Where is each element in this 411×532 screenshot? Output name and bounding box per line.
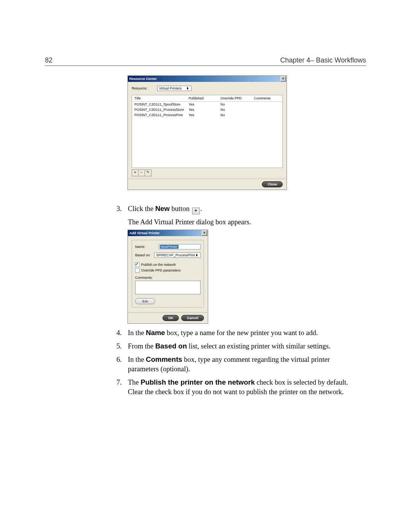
cell-published: Yes xyxy=(186,112,218,118)
step-7-text: The Publish the printer on the network c… xyxy=(128,378,362,397)
chevron-updown-icon: ▲▼ xyxy=(195,254,199,257)
based-on-label: Based on: xyxy=(135,253,154,257)
plus-icon: + xyxy=(192,208,200,214)
override-ppd-checkbox-label: Override PPD parameters xyxy=(141,268,181,272)
cell-comments xyxy=(252,107,282,112)
step-5-text: From the Based on list, select an existi… xyxy=(128,342,362,351)
resource-center-titlebar: Resource Center × xyxy=(128,76,287,82)
table-row[interactable]: POSINT_C2D111_ProcessPrint Yes No xyxy=(132,112,282,118)
resource-center-title: Resource Center xyxy=(129,77,157,81)
name-label: Name: xyxy=(135,245,159,249)
chevron-updown-icon: ▲▼ xyxy=(186,87,190,90)
step-number: 6. xyxy=(116,355,128,374)
name-input[interactable]: NewPrinter xyxy=(159,244,201,249)
table-row[interactable]: POSINT_C2D111_ProcessStore Yes No xyxy=(132,107,282,112)
publish-checkbox-label: Publish on the network xyxy=(141,263,176,267)
resource-label: Resource: xyxy=(132,86,147,90)
comments-label: Comments: xyxy=(135,276,201,280)
based-on-select[interactable]: SPIRECXP_ProcessPrint ▲▼ xyxy=(154,252,201,258)
ok-button[interactable]: OK xyxy=(162,315,179,321)
close-button[interactable]: Close xyxy=(262,181,283,187)
edit-icon[interactable]: ✎ xyxy=(145,169,151,176)
add-button[interactable]: + xyxy=(132,169,139,176)
step-number: 5. xyxy=(116,342,128,351)
close-icon[interactable]: × xyxy=(280,76,286,81)
comments-textarea[interactable] xyxy=(135,281,201,294)
chapter-title: Chapter 4– Basic Workflows xyxy=(280,56,366,64)
col-comments[interactable]: Comments xyxy=(252,95,282,102)
step-6-text: In the Comments box, type any comment re… xyxy=(128,355,362,374)
cell-comments xyxy=(252,102,282,107)
based-on-value: SPIRECXP_ProcessPrint xyxy=(156,253,195,257)
col-title[interactable]: Title xyxy=(132,95,186,102)
cell-title: POSINT_C2D111_ProcessStore xyxy=(132,107,186,112)
cell-override: No xyxy=(218,102,252,107)
step-number: 7. xyxy=(116,378,128,397)
resource-center-dialog: Resource Center × Resource: Virtual Prin… xyxy=(127,75,287,190)
header-rule xyxy=(45,66,366,66)
publish-checkbox[interactable] xyxy=(135,262,140,267)
name-input-value: NewPrinter xyxy=(160,245,178,249)
step-number: 4. xyxy=(116,328,128,338)
add-virtual-printer-dialog: Add Virtual Printer × Name: NewPrinter B… xyxy=(127,230,208,324)
cell-override: No xyxy=(218,107,252,112)
table-row[interactable]: POSINT_C2D111_SpoolStore Yes No xyxy=(132,102,282,107)
cell-published: Yes xyxy=(186,102,218,107)
printer-table: Title Published Override PPD Comments PO… xyxy=(132,95,283,168)
cancel-button[interactable]: Cancel xyxy=(181,315,204,321)
cell-override: No xyxy=(218,112,252,118)
close-icon[interactable]: × xyxy=(202,230,207,236)
avp-title: Add Virtual Printer xyxy=(129,231,159,235)
cell-title: POSINT_C2D111_SpoolStore xyxy=(132,102,186,107)
avp-titlebar: Add Virtual Printer × xyxy=(128,230,208,236)
cell-published: Yes xyxy=(186,107,218,112)
cell-comments xyxy=(252,112,282,118)
remove-button[interactable]: − xyxy=(138,169,145,176)
step-3-text: Click the New button +. The Add Virtual … xyxy=(128,204,362,232)
col-published[interactable]: Published xyxy=(186,95,218,102)
resource-select-value: Virtual Printers xyxy=(159,86,182,90)
cell-title: POSINT_C2D111_ProcessPrint xyxy=(132,112,186,118)
col-override[interactable]: Override PPD xyxy=(218,95,252,102)
page-number: 82 xyxy=(45,56,53,64)
step-number: 3. xyxy=(116,204,128,232)
resource-select[interactable]: Virtual Printers ▲▼ xyxy=(157,86,191,91)
edit-button[interactable]: Edit xyxy=(135,298,155,304)
override-ppd-checkbox[interactable] xyxy=(135,268,140,273)
step-4-text: In the Name box, type a name for the new… xyxy=(128,328,362,338)
step-3-followup: The Add Virtual Printer dialog box appea… xyxy=(128,217,362,227)
